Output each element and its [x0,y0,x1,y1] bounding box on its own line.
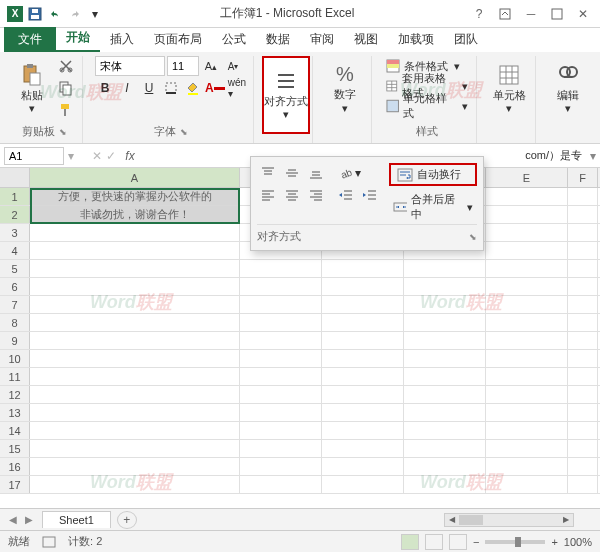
cell[interactable] [486,314,568,331]
find-button[interactable]: 编辑▾ [548,56,588,122]
tab-view[interactable]: 视图 [344,27,388,52]
cell[interactable] [30,476,240,493]
cell[interactable] [568,278,598,295]
cell[interactable] [568,296,598,313]
fx-icon[interactable]: fx [120,147,140,165]
row-header[interactable]: 1 [0,188,30,205]
fill-color-icon[interactable] [183,78,203,98]
cell[interactable] [240,314,322,331]
tab-addins[interactable]: 加载项 [388,27,444,52]
increase-font-icon[interactable]: A▴ [201,56,221,76]
paste-button[interactable]: 粘贴▾ [12,56,52,122]
cell[interactable] [240,458,322,475]
ribbon-collapse-icon[interactable] [496,5,514,23]
scroll-thumb[interactable] [459,515,483,525]
cell[interactable] [568,260,598,277]
row-header[interactable]: 3 [0,224,30,241]
cell[interactable] [240,260,322,277]
row-header[interactable]: 16 [0,458,30,475]
col-header-a[interactable]: A [30,168,240,187]
cell[interactable] [568,350,598,367]
cell[interactable] [486,242,568,259]
cell[interactable] [568,188,598,205]
row-header[interactable]: 11 [0,368,30,385]
tab-formulas[interactable]: 公式 [212,27,256,52]
font-size-select[interactable] [167,56,199,76]
cell[interactable] [240,332,322,349]
wrap-text-button[interactable]: 自动换行 [389,163,477,186]
tab-insert[interactable]: 插入 [100,27,144,52]
cell[interactable] [486,332,568,349]
undo-icon[interactable] [46,5,64,23]
horizontal-scrollbar[interactable]: ◀ ▶ [143,513,594,527]
increase-indent-icon[interactable] [359,185,381,205]
cell[interactable] [486,260,568,277]
cell[interactable] [486,296,568,313]
cell[interactable] [322,476,404,493]
cell[interactable] [30,458,240,475]
save-icon[interactable] [26,5,44,23]
cell[interactable] [568,224,598,241]
close-icon[interactable]: ✕ [574,5,592,23]
row-header[interactable]: 4 [0,242,30,259]
row-header[interactable]: 2 [0,206,30,223]
cell[interactable] [486,440,568,457]
font-color-icon[interactable]: A [205,78,225,98]
cell[interactable] [486,476,568,493]
cell[interactable] [486,350,568,367]
clipboard-launcher-icon[interactable]: ⬊ [59,127,67,137]
sheet-nav-next-icon[interactable]: ▶ [22,512,36,528]
cell[interactable] [30,314,240,331]
cell[interactable] [486,188,568,205]
row-header[interactable]: 12 [0,386,30,403]
row-header[interactable]: 13 [0,404,30,421]
tab-page-layout[interactable]: 页面布局 [144,27,212,52]
maximize-icon[interactable] [548,5,566,23]
cell[interactable] [322,332,404,349]
alignment-launcher-icon[interactable]: ⬊ [469,232,477,242]
decrease-indent-icon[interactable] [335,185,357,205]
sheet-nav-prev-icon[interactable]: ◀ [6,512,20,528]
cell[interactable] [240,296,322,313]
cell[interactable] [486,386,568,403]
cell[interactable] [322,314,404,331]
scroll-right-icon[interactable]: ▶ [559,514,573,526]
number-format-button[interactable]: % 数字▾ [325,56,365,122]
cell[interactable] [240,404,322,421]
cell[interactable] [404,422,486,439]
align-top-icon[interactable] [257,163,279,183]
cell-styles-button[interactable]: 单元格样式▾ [384,96,470,116]
cell[interactable] [568,206,598,223]
tab-team[interactable]: 团队 [444,27,488,52]
italic-button[interactable]: I [117,78,137,98]
cell[interactable] [322,404,404,421]
cell[interactable] [568,368,598,385]
add-sheet-button[interactable]: + [117,511,137,529]
zoom-out-icon[interactable]: − [473,536,479,548]
cell[interactable] [404,260,486,277]
cell[interactable] [486,404,568,421]
zoom-slider[interactable] [485,540,545,544]
sheet-tab-1[interactable]: Sheet1 [42,511,111,528]
view-page-break-icon[interactable] [449,534,467,550]
zoom-level[interactable]: 100% [564,536,592,548]
cell[interactable] [568,404,598,421]
alignment-dropdown-button[interactable]: 对齐方式▾ [262,56,310,134]
cell[interactable] [30,260,240,277]
zoom-in-icon[interactable]: + [551,536,557,548]
cell[interactable] [30,332,240,349]
cell[interactable] [404,278,486,295]
cell[interactable] [568,386,598,403]
phonetic-icon[interactable]: wén▾ [227,78,247,98]
merge-center-button[interactable]: 合并后居中▾ [389,190,477,224]
cell[interactable] [486,368,568,385]
cell[interactable] [404,386,486,403]
col-header-f[interactable]: F [568,168,598,187]
status-mode-icon[interactable] [42,536,56,548]
cell[interactable] [30,440,240,457]
cell[interactable] [30,386,240,403]
cell[interactable] [486,224,568,241]
redo-icon[interactable] [66,5,84,23]
cell[interactable] [404,350,486,367]
cell[interactable] [486,278,568,295]
